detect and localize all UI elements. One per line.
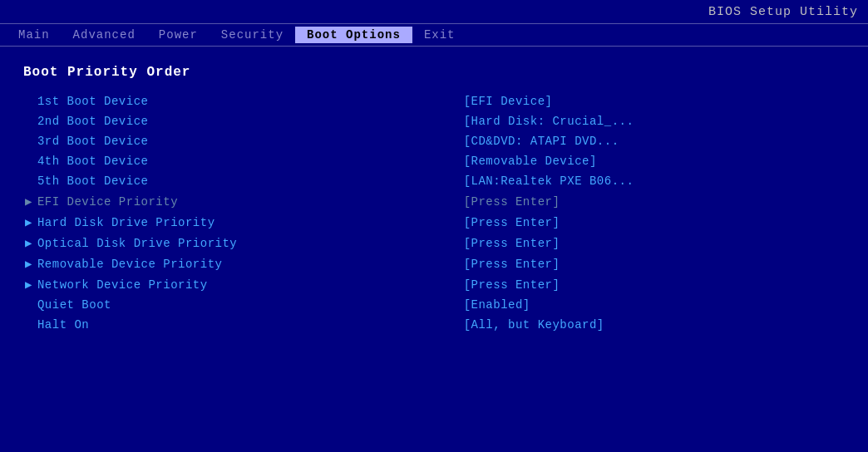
boot-label-5: EFI Device Priority (34, 191, 456, 212)
boot-row-0: 1st Boot Device[EFI Device] (23, 91, 845, 111)
boot-value-0: [EFI Device] (456, 91, 845, 111)
boot-row-6[interactable]: ▶Hard Disk Drive Priority[Press Enter] (23, 212, 845, 233)
arrow-cell-11 (23, 315, 34, 335)
menu-item-exit[interactable]: Exit (412, 27, 467, 43)
arrow-cell-4 (23, 171, 34, 191)
arrow-cell-10 (23, 295, 34, 315)
menu-item-power[interactable]: Power (147, 27, 210, 43)
boot-label-10: Quiet Boot (34, 295, 456, 315)
boot-row-5[interactable]: ▶EFI Device Priority[Press Enter] (23, 191, 845, 212)
boot-label-6: Hard Disk Drive Priority (34, 212, 456, 233)
boot-row-3: 4th Boot Device[Removable Device] (23, 151, 845, 171)
menu-item-advanced[interactable]: Advanced (62, 27, 147, 43)
boot-value-4: [LAN:Realtek PXE B06... (456, 171, 845, 191)
menu-item-main[interactable]: Main (7, 27, 62, 43)
section-title: Boot Priority Order (23, 65, 845, 80)
arrow-cell-2 (23, 131, 34, 151)
boot-label-1: 2nd Boot Device (34, 111, 456, 131)
boot-table: 1st Boot Device[EFI Device]2nd Boot Devi… (23, 91, 845, 335)
boot-label-9: Network Device Priority (34, 274, 456, 295)
boot-value-10: [Enabled] (456, 295, 845, 315)
boot-value-1: [Hard Disk: Crucial_... (456, 111, 845, 131)
menu-item-security[interactable]: Security (210, 27, 295, 43)
arrow-cell-6: ▶ (23, 212, 34, 233)
menu-item-boot-options[interactable]: Boot Options (295, 27, 412, 43)
arrow-cell-9: ▶ (23, 274, 34, 295)
arrow-cell-7: ▶ (23, 233, 34, 253)
boot-label-4: 5th Boot Device (34, 171, 456, 191)
boot-row-4: 5th Boot Device[LAN:Realtek PXE B06... (23, 171, 845, 191)
content-area: Boot Priority Order 1st Boot Device[EFI … (0, 50, 868, 452)
boot-label-0: 1st Boot Device (34, 91, 456, 111)
bios-title: BIOS Setup Utility (708, 5, 858, 19)
boot-row-10: Quiet Boot[Enabled] (23, 295, 845, 315)
boot-value-11: [All, but Keyboard] (456, 315, 845, 335)
boot-label-8: Removable Device Priority (34, 253, 456, 274)
arrow-cell-5: ▶ (23, 191, 34, 212)
boot-row-8[interactable]: ▶Removable Device Priority[Press Enter] (23, 253, 845, 274)
arrow-cell-8: ▶ (23, 253, 34, 274)
arrow-cell-0 (23, 91, 34, 111)
boot-value-2: [CD&DVD: ATAPI DVD... (456, 131, 845, 151)
boot-label-7: Optical Disk Drive Priority (34, 233, 456, 253)
boot-row-1: 2nd Boot Device[Hard Disk: Crucial_... (23, 111, 845, 131)
boot-row-7[interactable]: ▶Optical Disk Drive Priority[Press Enter… (23, 233, 845, 253)
menu-bar: MainAdvancedPowerSecurityBoot OptionsExi… (0, 23, 868, 47)
arrow-cell-3 (23, 151, 34, 171)
boot-label-11: Halt On (34, 315, 456, 335)
boot-value-8: [Press Enter] (456, 253, 845, 274)
boot-value-9: [Press Enter] (456, 274, 845, 295)
boot-label-2: 3rd Boot Device (34, 131, 456, 151)
arrow-cell-1 (23, 111, 34, 131)
boot-label-3: 4th Boot Device (34, 151, 456, 171)
boot-row-9[interactable]: ▶Network Device Priority[Press Enter] (23, 274, 845, 295)
boot-row-11: Halt On[All, but Keyboard] (23, 315, 845, 335)
boot-value-5: [Press Enter] (456, 191, 845, 212)
boot-value-3: [Removable Device] (456, 151, 845, 171)
boot-value-6: [Press Enter] (456, 212, 845, 233)
boot-row-2: 3rd Boot Device[CD&DVD: ATAPI DVD... (23, 131, 845, 151)
boot-value-7: [Press Enter] (456, 233, 845, 253)
